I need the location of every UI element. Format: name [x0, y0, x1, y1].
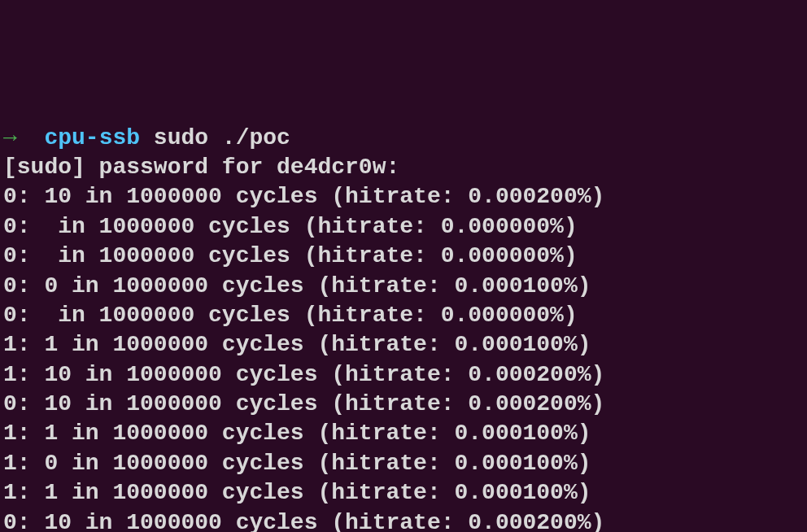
command-prompt-line: → cpu-ssb sudo ./poc: [3, 124, 804, 153]
output-line: 1: 1 in 1000000 cycles (hitrate: 0.00010…: [3, 330, 804, 360]
output-line: 0: 10 in 1000000 cycles (hitrate: 0.0002…: [3, 508, 804, 532]
output-line: 0: 10 in 1000000 cycles (hitrate: 0.0002…: [3, 182, 804, 211]
output-line: 0: in 1000000 cycles (hitrate: 0.000000%…: [3, 242, 804, 271]
output-line: 0: 0 in 1000000 cycles (hitrate: 0.00010…: [3, 272, 804, 301]
hostname-label: cpu-ssb: [44, 125, 140, 150]
output-line: 0: in 1000000 cycles (hitrate: 0.000000%…: [3, 301, 804, 330]
prompt-arrow-icon: →: [3, 125, 17, 150]
terminal-output[interactable]: → cpu-ssb sudo ./poc[sudo] password for …: [3, 124, 804, 532]
output-line: 1: 0 in 1000000 cycles (hitrate: 0.00010…: [3, 449, 804, 478]
output-line: 1: 1 in 1000000 cycles (hitrate: 0.00010…: [3, 478, 804, 508]
sudo-password-prompt: [sudo] password for de4dcr0w:: [3, 153, 804, 182]
output-line: 0: 10 in 1000000 cycles (hitrate: 0.0002…: [3, 390, 804, 419]
command-text: sudo ./poc: [154, 125, 290, 150]
output-line: 0: in 1000000 cycles (hitrate: 0.000000%…: [3, 212, 804, 242]
output-line: 1: 10 in 1000000 cycles (hitrate: 0.0002…: [3, 360, 804, 390]
output-line: 1: 1 in 1000000 cycles (hitrate: 0.00010…: [3, 419, 804, 448]
